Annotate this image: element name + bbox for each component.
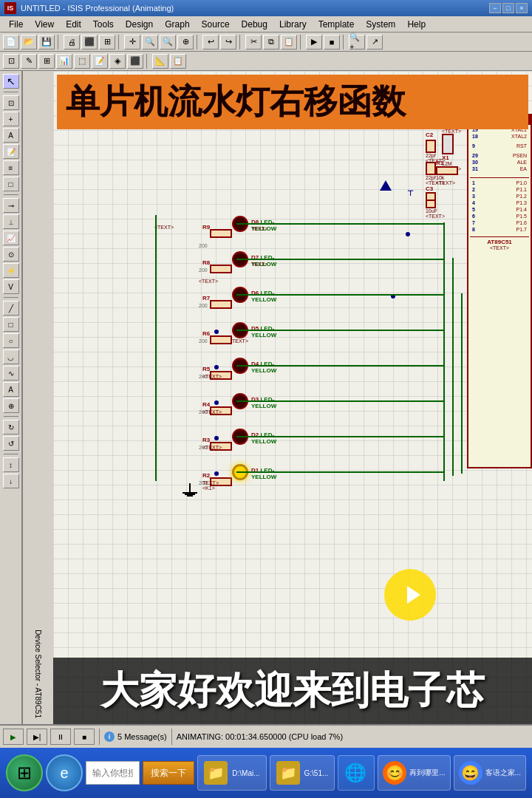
play-button[interactable]: ▶ <box>3 729 24 745</box>
tb-copy[interactable]: ⧉ <box>263 35 279 50</box>
tb-paste[interactable]: 📋 <box>281 35 297 50</box>
tb2-10[interactable]: 📋 <box>170 54 186 69</box>
vert-step-line <box>443 222 445 481</box>
stop-button[interactable]: ■ <box>74 729 95 745</box>
power-symbol <box>380 180 392 191</box>
close-button[interactable]: × <box>516 3 528 13</box>
tb2-2[interactable]: ✎ <box>21 54 37 69</box>
tool-select[interactable]: ↖ <box>3 74 19 89</box>
network-icon-btn[interactable]: 🌐 <box>338 755 375 791</box>
tb-stop[interactable]: ■ <box>324 35 340 50</box>
tool-text[interactable]: 📝 <box>3 144 19 159</box>
tool-wire-label[interactable]: A <box>3 128 19 143</box>
tool-gen[interactable]: ⚡ <box>3 263 19 278</box>
tool-junction[interactable]: + <box>3 112 19 126</box>
tb-zoom-in[interactable]: 🔍 <box>142 35 158 50</box>
tool-sym[interactable]: ⊕ <box>3 398 19 413</box>
menu-file[interactable]: File <box>3 18 29 31</box>
tb-cut[interactable]: ✂ <box>245 35 262 50</box>
pause-button[interactable]: ⏸ <box>50 729 71 745</box>
toolbar-1: 📄 📂 💾 🖨 ⬛ ⊞ ✛ 🔍 🔍 ⊕ ↩ ↪ ✂ ⧉ 📋 ▶ ■ 🔍+ ↗ <box>0 33 532 52</box>
side-sep1 <box>4 92 18 92</box>
menu-debug[interactable]: Debug <box>236 18 273 31</box>
wire-row6-h <box>236 294 443 296</box>
tb-save[interactable]: 💾 <box>38 35 55 50</box>
tool-circle[interactable]: ○ <box>3 333 19 348</box>
vert-step-line3 <box>461 293 463 474</box>
ie-button[interactable]: e <box>46 754 83 791</box>
tool-down[interactable]: ↓ <box>3 474 19 488</box>
side-sep3 <box>4 297 18 298</box>
led-row-3: R4 200 D3 LED-YELLOW <TEXT> <box>158 396 191 415</box>
tool-box[interactable]: □ <box>3 317 19 332</box>
tool-pin[interactable]: ⟂ <box>3 214 19 229</box>
tb-arrow[interactable]: ↗ <box>366 35 383 50</box>
tool-line[interactable]: ╱ <box>3 301 19 316</box>
tb-redo[interactable]: ↪ <box>220 35 236 50</box>
tool-path[interactable]: ∿ <box>3 366 19 381</box>
menu-system[interactable]: System <box>360 18 401 31</box>
bottom-text-label: 大家好欢迎来到电子芯 <box>100 665 485 717</box>
tool-sub[interactable]: □ <box>3 177 19 191</box>
menu-library[interactable]: Library <box>273 18 313 31</box>
menu-graph[interactable]: Graph <box>159 18 195 31</box>
tool-tape[interactable]: ⊙ <box>3 247 19 262</box>
menu-design[interactable]: Design <box>120 18 159 31</box>
tb-zoom-all[interactable]: ⊕ <box>177 35 194 50</box>
status-bar: ▶ ▶| ⏸ ■ i 5 Message(s) ANIMATING: 00:01… <box>0 724 532 748</box>
search-button[interactable]: 搜索一下 <box>143 761 194 785</box>
tb-zoom-extra[interactable]: 🔍+ <box>349 35 365 50</box>
app-icon: IS <box>4 2 16 14</box>
tb-grid[interactable]: ⊞ <box>99 35 115 50</box>
tb2-9[interactable]: 📐 <box>152 54 168 69</box>
tb-area[interactable]: ⬛ <box>81 35 98 50</box>
tool-terminal[interactable]: ⊸ <box>3 198 19 213</box>
taskbar-folder1[interactable]: 📁 D:\Mai... <box>197 755 266 791</box>
search-input[interactable] <box>92 768 133 778</box>
message-count: 5 Message(s) <box>117 732 167 741</box>
tool-text2[interactable]: A <box>3 382 19 397</box>
start-button[interactable]: ⊞ <box>6 754 43 791</box>
tray-item-1[interactable]: 😊 再到哪里... <box>378 755 450 791</box>
tool-arc[interactable]: ◡ <box>3 349 19 364</box>
side-sep4 <box>4 416 18 417</box>
menu-help[interactable]: Help <box>401 18 432 31</box>
tb-new[interactable]: 📄 <box>3 35 19 50</box>
tb2-5[interactable]: ⬚ <box>74 54 90 69</box>
menu-tools[interactable]: Tools <box>87 18 120 31</box>
tb-run[interactable]: ▶ <box>306 35 322 50</box>
menu-edit[interactable]: Edit <box>60 18 87 31</box>
node-dot-2 <box>214 330 219 334</box>
tool-rotate-ccw[interactable]: ↺ <box>3 436 19 451</box>
tb2-1[interactable]: ⊡ <box>3 54 19 69</box>
maximize-button[interactable]: □ <box>502 3 514 13</box>
tb2-4[interactable]: 📊 <box>56 54 72 69</box>
tool-graph[interactable]: 📈 <box>3 231 19 245</box>
led-row-5: R6 200 D5 LED-YELLOW TEXT> <box>158 325 191 344</box>
tool-component[interactable]: ⊡ <box>3 95 19 110</box>
tool-move[interactable]: ↕ <box>3 457 19 472</box>
tb2-3[interactable]: ⊞ <box>38 54 55 69</box>
tray-item-2[interactable]: 😄 客语之家... <box>454 755 526 791</box>
tool-volt[interactable]: V <box>3 279 19 294</box>
tb-zoom-out[interactable]: 🔍 <box>160 35 176 50</box>
tool-bus[interactable]: ≡ <box>3 160 19 175</box>
tb2-8[interactable]: ⬛ <box>127 54 143 69</box>
taskbar-folder2[interactable]: 📁 G:\51... <box>270 755 335 791</box>
schematic-canvas[interactable]: 单片机流水灯右移函数 U1 19 XTAL1 18 XTAL2 9 RST <box>53 71 532 724</box>
menu-template[interactable]: Template <box>313 18 361 31</box>
tb2-7[interactable]: ◈ <box>109 54 126 69</box>
tb2-6[interactable]: 📝 <box>92 54 108 69</box>
cursor-highlight <box>384 569 436 621</box>
tb-cross[interactable]: ✛ <box>124 35 140 50</box>
minimize-button[interactable]: − <box>489 3 501 13</box>
play-step-button[interactable]: ▶| <box>27 729 47 745</box>
wire-row4-h <box>236 365 443 366</box>
chip-text-label: <TEXT> <box>470 245 529 250</box>
tb-print[interactable]: 🖨 <box>64 35 80 50</box>
tb-open[interactable]: 📂 <box>21 35 37 50</box>
tb-undo[interactable]: ↩ <box>202 35 219 50</box>
menu-view[interactable]: View <box>29 18 60 31</box>
tool-rotate-cw[interactable]: ↻ <box>3 420 19 434</box>
menu-source[interactable]: Source <box>196 18 236 31</box>
